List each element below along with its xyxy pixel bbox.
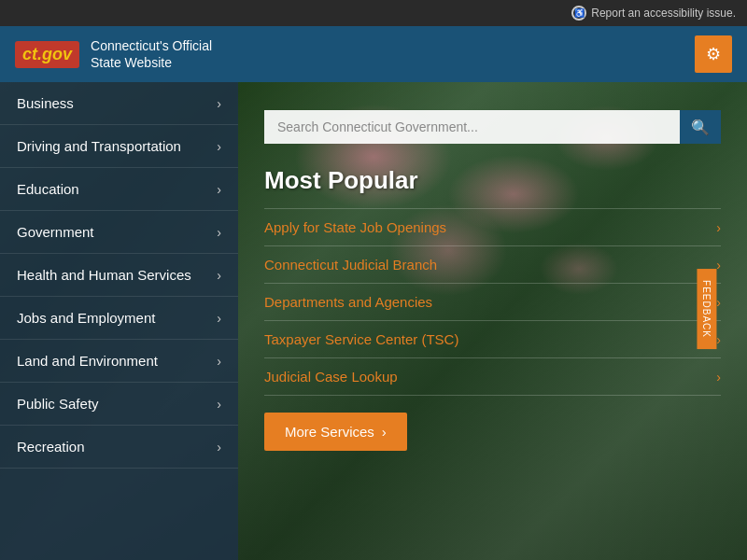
more-services-button[interactable]: More Services › xyxy=(264,413,407,451)
popular-item-label: Apply for State Job Openings xyxy=(264,219,446,235)
header-line2: State Website xyxy=(91,54,212,71)
popular-item-label: Taxpayer Service Center (TSC) xyxy=(264,331,458,347)
brand: ct.gov Connecticut's Official State Webs… xyxy=(15,37,212,71)
popular-list-item[interactable]: Connecticut Judicial Branch› xyxy=(264,246,721,284)
more-services-label: More Services xyxy=(285,424,374,440)
settings-button[interactable]: ⚙ xyxy=(695,35,732,73)
sidebar-chevron-icon: › xyxy=(217,96,221,111)
sidebar-item-public-safety[interactable]: Public Safety› xyxy=(0,383,238,426)
feedback-tab[interactable]: FEEDBACK xyxy=(698,269,717,349)
sidebar-chevron-icon: › xyxy=(217,397,221,412)
more-services-chevron: › xyxy=(382,424,387,440)
popular-list: Apply for State Job Openings›Connecticut… xyxy=(264,208,721,396)
popular-item-chevron-icon: › xyxy=(716,370,721,385)
most-popular-section: Most Popular Apply for State Job Opening… xyxy=(264,166,721,451)
search-bar: 🔍 xyxy=(264,110,721,144)
sidebar-item-label: Jobs and Employment xyxy=(17,310,155,326)
popular-item-chevron-icon: › xyxy=(716,332,721,347)
sidebar-item-business[interactable]: Business› xyxy=(0,82,238,125)
sidebar-chevron-icon: › xyxy=(217,354,221,369)
search-input[interactable] xyxy=(264,110,680,144)
sidebar-nav: Business›Driving and Transportation›Educ… xyxy=(0,82,238,560)
popular-list-item[interactable]: Taxpayer Service Center (TSC)› xyxy=(264,321,721,358)
accessibility-link[interactable]: ♿ Report an accessibility issue. xyxy=(571,6,736,21)
sidebar-item-land-environment[interactable]: Land and Environment› xyxy=(0,340,238,383)
ct-logo: ct.gov xyxy=(15,41,79,68)
search-button[interactable]: 🔍 xyxy=(680,110,721,144)
popular-item-chevron-icon: › xyxy=(716,295,721,310)
popular-item-label: Departments and Agencies xyxy=(264,294,432,310)
sidebar-chevron-icon: › xyxy=(217,268,221,283)
sidebar-item-recreation[interactable]: Recreation› xyxy=(0,426,238,469)
content-panel: 🔍 Most Popular Apply for State Job Openi… xyxy=(238,82,747,560)
accessibility-bar: ♿ Report an accessibility issue. xyxy=(0,0,747,26)
sidebar-chevron-icon: › xyxy=(217,225,221,240)
sidebar-chevron-icon: › xyxy=(217,311,221,326)
sidebar-item-label: Driving and Transportation xyxy=(17,138,181,154)
popular-item-label: Connecticut Judicial Branch xyxy=(264,257,437,273)
sidebar-item-label: Public Safety xyxy=(17,396,99,412)
sidebar-chevron-icon: › xyxy=(217,440,221,455)
sidebar-item-education[interactable]: Education› xyxy=(0,168,238,211)
sidebar-item-label: Business xyxy=(17,95,74,111)
sidebar-item-government[interactable]: Government› xyxy=(0,211,238,254)
most-popular-title: Most Popular xyxy=(264,166,721,195)
popular-list-item[interactable]: Departments and Agencies› xyxy=(264,284,721,321)
main-wrapper: Business›Driving and Transportation›Educ… xyxy=(0,82,747,560)
popular-item-label: Judicial Case Lookup xyxy=(264,369,398,385)
header-line1: Connecticut's Official xyxy=(91,37,212,54)
sidebar-chevron-icon: › xyxy=(217,139,221,154)
sidebar-item-label: Government xyxy=(17,224,94,240)
accessibility-link-label: Report an accessibility issue. xyxy=(591,7,736,20)
sidebar-item-health-human-services[interactable]: Health and Human Services› xyxy=(0,254,238,297)
logo-text: ct xyxy=(22,45,37,63)
sidebar-item-label: Land and Environment xyxy=(17,353,158,369)
popular-list-item[interactable]: Judicial Case Lookup› xyxy=(264,358,721,396)
popular-item-chevron-icon: › xyxy=(716,258,721,273)
accessibility-icon: ♿ xyxy=(571,6,586,21)
sidebar-item-label: Education xyxy=(17,181,79,197)
popular-list-item[interactable]: Apply for State Job Openings› xyxy=(264,208,721,246)
sidebar-item-jobs-employment[interactable]: Jobs and Employment› xyxy=(0,297,238,340)
logo-suffix: .gov xyxy=(37,45,72,63)
header: ct.gov Connecticut's Official State Webs… xyxy=(0,26,747,82)
sidebar-item-driving-transportation[interactable]: Driving and Transportation› xyxy=(0,125,238,168)
sidebar-chevron-icon: › xyxy=(217,182,221,197)
header-text: Connecticut's Official State Website xyxy=(91,37,212,71)
sidebar-item-label: Health and Human Services xyxy=(17,267,191,283)
popular-item-chevron-icon: › xyxy=(716,220,721,235)
sidebar-item-label: Recreation xyxy=(17,439,85,455)
